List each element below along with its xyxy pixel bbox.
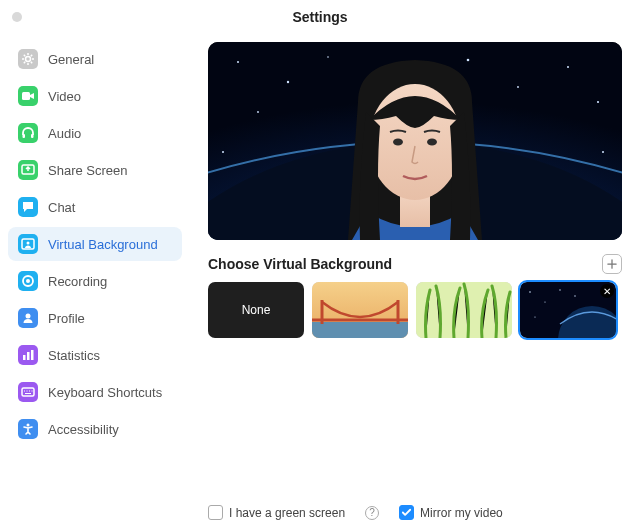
sidebar-item-label: Audio [48,126,81,141]
gear-icon [18,49,38,69]
sidebar-item-label: Keyboard Shortcuts [48,385,162,400]
accessibility-icon [18,419,38,439]
svg-point-24 [257,111,259,113]
footer-options: I have a green screen ? Mirror my video [208,493,622,520]
recording-icon [18,271,38,291]
sidebar-item-chat[interactable]: Chat [8,190,182,224]
sidebar-item-general[interactable]: General [8,42,182,76]
svg-point-41 [534,316,535,317]
sidebar-item-label: Virtual Background [48,237,158,252]
green-screen-label: I have a green screen [229,506,345,520]
bg-thumb-none-label: None [242,303,271,317]
remove-bg-icon[interactable]: ✕ [600,284,614,298]
bg-thumb-space[interactable]: ✕ [520,282,616,338]
statistics-icon [18,345,38,365]
svg-point-23 [597,101,599,103]
sidebar-item-accessibility[interactable]: Accessibility [8,412,182,446]
bg-thumb-none[interactable]: None [208,282,304,338]
mirror-video-checkbox[interactable]: Mirror my video [399,505,503,520]
bg-thumb-bridge[interactable] [312,282,408,338]
mirror-video-label: Mirror my video [420,506,503,520]
svg-point-6 [27,242,30,245]
sidebar-item-label: Video [48,89,81,104]
svg-point-39 [544,301,545,302]
svg-rect-2 [23,134,26,138]
sidebar-item-video[interactable]: Video [8,79,182,113]
headphones-icon [18,123,38,143]
sidebar-item-keyboard-shortcuts[interactable]: Keyboard Shortcuts [8,375,182,409]
sidebar: GeneralVideoAudioShare ScreenChatVirtual… [0,34,190,532]
svg-point-16 [237,61,239,63]
virtual-bg-icon [18,234,38,254]
svg-point-8 [26,279,30,283]
svg-point-9 [26,314,31,319]
svg-rect-3 [31,134,34,138]
svg-point-20 [467,59,470,62]
svg-point-0 [26,57,31,62]
sidebar-item-statistics[interactable]: Statistics [8,338,182,372]
sidebar-item-virtual-background[interactable]: Virtual Background [8,227,182,261]
svg-point-18 [327,56,329,58]
share-screen-icon [18,160,38,180]
sidebar-item-label: Share Screen [48,163,128,178]
sidebar-item-recording[interactable]: Recording [8,264,182,298]
chat-icon [18,197,38,217]
section-title: Choose Virtual Background [208,256,392,272]
sidebar-item-label: Recording [48,274,107,289]
svg-point-31 [427,139,437,146]
svg-rect-10 [23,355,26,360]
sidebar-item-share-screen[interactable]: Share Screen [8,153,182,187]
sidebar-item-label: Chat [48,200,75,215]
main-panel: Choose Virtual Background None✕ I have a… [190,34,640,532]
sidebar-item-profile[interactable]: Profile [8,301,182,335]
sidebar-item-label: General [48,52,94,67]
svg-rect-11 [27,352,30,360]
svg-rect-33 [312,322,408,338]
svg-point-40 [559,289,560,290]
sidebar-item-label: Accessibility [48,422,119,437]
green-screen-checkbox[interactable]: I have a green screen [208,505,345,520]
keyboard-icon [18,382,38,402]
window-title: Settings [292,9,347,25]
profile-icon [18,308,38,328]
sidebar-item-label: Statistics [48,348,100,363]
svg-point-22 [567,66,569,68]
svg-rect-13 [22,388,34,396]
bg-thumb-grass[interactable] [416,282,512,338]
green-screen-help-icon[interactable]: ? [365,506,379,520]
sidebar-item-audio[interactable]: Audio [8,116,182,150]
svg-rect-12 [31,350,34,360]
sidebar-item-label: Profile [48,311,85,326]
titlebar: Settings [0,0,640,34]
svg-point-17 [287,81,289,83]
svg-rect-1 [22,92,30,100]
svg-point-38 [529,291,531,293]
window-control-dot [12,12,22,22]
background-thumbnails: None✕ [208,282,622,338]
svg-point-25 [222,151,224,153]
svg-point-30 [393,139,403,146]
svg-point-21 [517,86,519,88]
video-icon [18,86,38,106]
svg-point-26 [602,151,604,153]
video-preview [208,42,622,240]
add-background-button[interactable] [602,254,622,274]
svg-point-14 [27,424,30,427]
svg-point-42 [574,295,575,296]
